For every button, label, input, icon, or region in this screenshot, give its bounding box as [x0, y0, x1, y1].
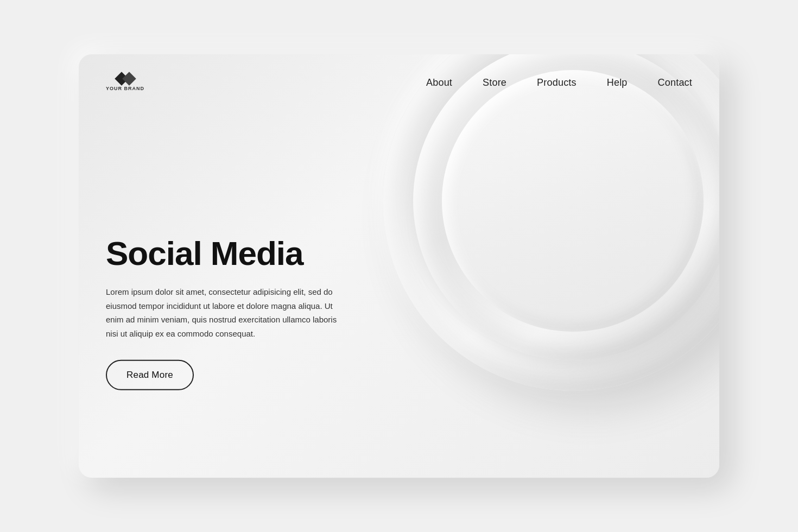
- nav-item-products[interactable]: Products: [537, 77, 577, 88]
- navbar: YOUR BRAND About Store Products Help Con…: [79, 54, 719, 91]
- nav-item-contact[interactable]: Contact: [658, 77, 692, 88]
- brand-logo: [117, 74, 134, 84]
- nav-link-help[interactable]: Help: [607, 77, 628, 88]
- nav-links: About Store Products Help Contact: [426, 77, 692, 88]
- brand-name: YOUR BRAND: [106, 86, 144, 91]
- nav-link-contact[interactable]: Contact: [658, 77, 692, 88]
- circle-inner: [442, 70, 704, 332]
- brand-logo-container: YOUR BRAND: [106, 74, 144, 91]
- read-more-button[interactable]: Read More: [106, 360, 194, 390]
- nav-link-products[interactable]: Products: [537, 77, 577, 88]
- nav-item-help[interactable]: Help: [607, 77, 628, 88]
- hero-title: Social Media: [106, 235, 345, 272]
- nav-link-about[interactable]: About: [426, 77, 452, 88]
- circle-outer: [383, 54, 719, 391]
- main-card: YOUR BRAND About Store Products Help Con…: [79, 54, 719, 478]
- hero-circle: [383, 54, 719, 391]
- nav-link-store[interactable]: Store: [483, 77, 506, 88]
- nav-item-store[interactable]: Store: [483, 77, 506, 88]
- circle-middle: [413, 54, 719, 360]
- hero-content: Social Media Lorem ipsum dolor sit amet,…: [106, 235, 345, 390]
- nav-item-about[interactable]: About: [426, 77, 452, 88]
- hero-description: Lorem ipsum dolor sit amet, consectetur …: [106, 285, 345, 340]
